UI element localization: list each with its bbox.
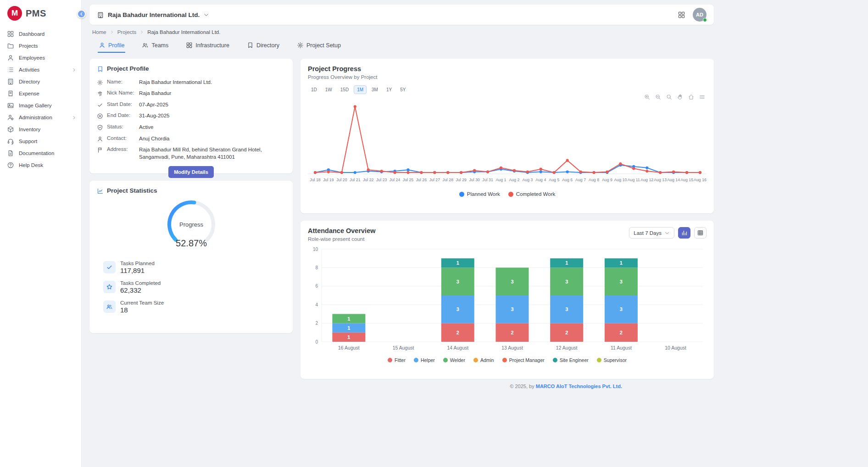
company-selector[interactable]: Raja Bahadur International Ltd. bbox=[97, 11, 209, 19]
tab-teams[interactable]: Teams bbox=[141, 40, 169, 53]
building-icon bbox=[97, 11, 104, 19]
sidebar-item-administration[interactable]: Administration bbox=[0, 111, 81, 123]
chart-toolbar bbox=[644, 94, 706, 100]
breadcrumb-item[interactable]: Projects bbox=[117, 29, 137, 35]
range-button-5y[interactable]: 5Y bbox=[397, 85, 409, 94]
modify-details-button[interactable]: Modify Details bbox=[168, 166, 214, 178]
right-column: Project Progress Progress Overview by Pr… bbox=[300, 59, 714, 379]
building-icon bbox=[7, 78, 14, 85]
chevron-down-icon bbox=[203, 11, 209, 19]
svg-text:3: 3 bbox=[511, 279, 513, 284]
tab-label: Infrastructure bbox=[195, 42, 229, 49]
svg-text:Jul 22: Jul 22 bbox=[363, 178, 374, 182]
legend-item-planned-work[interactable]: Planned Work bbox=[459, 191, 500, 197]
sidebar-item-support[interactable]: Support bbox=[0, 135, 81, 147]
footer-company-link[interactable]: MARCO AIoT Technologies Pvt. Ltd. bbox=[536, 384, 622, 389]
legend-item-completed-work[interactable]: Completed Work bbox=[508, 191, 555, 197]
legend-item-supervisor[interactable]: Supervisor bbox=[597, 357, 627, 363]
legend-item-site-engineer[interactable]: Site Engineer bbox=[553, 357, 589, 363]
range-button-1y[interactable]: 1Y bbox=[383, 85, 395, 94]
sidebar-item-directory[interactable]: Directory bbox=[0, 76, 81, 88]
field-value: 07-Apr-2025 bbox=[139, 101, 168, 109]
range-button-3m[interactable]: 3M bbox=[368, 85, 381, 94]
profile-title-text: Project Profile bbox=[107, 65, 149, 72]
bookmark-icon bbox=[97, 65, 104, 72]
star-icon bbox=[106, 284, 113, 290]
legend-item-admin[interactable]: Admin bbox=[473, 357, 494, 363]
sidebar-item-dashboard[interactable]: Dashboard bbox=[0, 28, 81, 40]
toolbar-zoom-in-icon[interactable] bbox=[644, 94, 651, 100]
svg-text:10 August: 10 August bbox=[665, 345, 686, 350]
legend-item-helper[interactable]: Helper bbox=[414, 357, 435, 363]
legend-item-fitter[interactable]: Fitter bbox=[388, 357, 406, 363]
sidebar-item-help-desk[interactable]: Help Desk bbox=[0, 159, 81, 171]
stat-tasks-completed: Tasks Completed62,332 bbox=[103, 280, 285, 294]
svg-text:Aug 9: Aug 9 bbox=[602, 178, 612, 182]
apps-grid-icon[interactable] bbox=[678, 11, 685, 19]
field-label: Status: bbox=[107, 124, 135, 129]
sidebar-item-projects[interactable]: Projects bbox=[0, 40, 81, 52]
tab-profile[interactable]: Profile bbox=[98, 40, 125, 53]
breadcrumb-separator-icon bbox=[110, 30, 114, 34]
sidebar-item-documentation[interactable]: Documentation bbox=[0, 147, 81, 159]
bar-view-button[interactable] bbox=[678, 227, 690, 239]
legend-swatch bbox=[502, 358, 507, 362]
menu-icon bbox=[699, 94, 706, 100]
breadcrumb-item[interactable]: Home bbox=[92, 29, 106, 35]
tab-directory[interactable]: Directory bbox=[246, 40, 280, 53]
brand-logo-icon: M bbox=[7, 6, 22, 21]
range-button-15d[interactable]: 15D bbox=[337, 85, 352, 94]
svg-text:4: 4 bbox=[315, 302, 318, 307]
toolbar-pan-icon[interactable] bbox=[677, 94, 684, 100]
sidebar-item-inventory[interactable]: Inventory bbox=[0, 123, 81, 135]
flag-icon bbox=[97, 147, 103, 153]
sidebar-collapse-button[interactable] bbox=[77, 10, 86, 18]
toolbar-home-icon[interactable] bbox=[688, 94, 695, 100]
sidebar-item-activities[interactable]: Activities bbox=[0, 64, 81, 76]
svg-text:Aug 10: Aug 10 bbox=[614, 178, 627, 182]
sidebar-item-label: Help Desk bbox=[19, 162, 43, 168]
date-range-select[interactable]: Last 7 Days bbox=[629, 227, 674, 239]
range-button-1m[interactable]: 1M bbox=[354, 85, 367, 94]
range-button-1d[interactable]: 1D bbox=[308, 85, 320, 94]
field-value: Raja Bahadur Mill Rd, behind Sheraton Gr… bbox=[139, 146, 281, 161]
field-label: Contact: bbox=[107, 135, 135, 141]
documentation-icon bbox=[7, 150, 14, 157]
toolbar-menu-icon[interactable] bbox=[699, 94, 706, 100]
svg-text:Aug 11: Aug 11 bbox=[628, 178, 640, 182]
progress-line-chart[interactable]: Jul 18Jul 19Jul 20Jul 21Jul 22Jul 23Jul … bbox=[308, 97, 707, 190]
legend-item-project-manager[interactable]: Project Manager bbox=[502, 357, 545, 363]
legend-swatch bbox=[473, 358, 478, 362]
tab-infrastructure[interactable]: Infrastructure bbox=[185, 40, 230, 53]
sidebar-item-expense[interactable]: Expense bbox=[0, 88, 81, 100]
table-view-button[interactable] bbox=[694, 227, 707, 239]
svg-text:Jul 18: Jul 18 bbox=[310, 178, 321, 182]
svg-text:Aug 15: Aug 15 bbox=[680, 178, 693, 182]
range-button-1w[interactable]: 1W bbox=[322, 85, 335, 94]
toolbar-zoom-out-icon[interactable] bbox=[655, 94, 662, 100]
chart-line-icon bbox=[97, 188, 104, 195]
svg-text:14 August: 14 August bbox=[447, 345, 468, 350]
breadcrumb-item[interactable]: Raja Bahadur International Ltd. bbox=[147, 29, 220, 35]
expense-icon bbox=[7, 90, 14, 97]
tab-project-setup[interactable]: Project Setup bbox=[296, 40, 342, 53]
stat-tasks-planned: Tasks Planned117,891 bbox=[103, 261, 285, 274]
svg-text:Jul 21: Jul 21 bbox=[350, 178, 361, 182]
attendance-bar-chart[interactable]: 024681011116 August15 August233114 Augus… bbox=[308, 245, 707, 356]
legend-swatch bbox=[414, 358, 418, 362]
sidebar-item-employees[interactable]: Employees bbox=[0, 52, 81, 64]
sidebar: M PMS DashboardProjectsEmployeesActiviti… bbox=[0, 0, 82, 467]
svg-text:Jul 28: Jul 28 bbox=[443, 178, 454, 182]
user-avatar[interactable]: AD bbox=[693, 8, 707, 22]
svg-text:Jul 31: Jul 31 bbox=[482, 178, 493, 182]
chevron-down-icon bbox=[664, 230, 670, 236]
legend-item-welder[interactable]: Welder bbox=[443, 357, 465, 363]
stat-value: 18 bbox=[120, 306, 164, 314]
sidebar-item-image-gallery[interactable]: Image Gallery bbox=[0, 100, 81, 111]
toolbar-zoom-icon[interactable] bbox=[666, 94, 673, 100]
bookmark-icon bbox=[247, 42, 254, 49]
bookmark-icon bbox=[97, 66, 104, 72]
chart-line-icon bbox=[97, 187, 104, 195]
brand[interactable]: M PMS bbox=[0, 0, 81, 28]
tab-label: Teams bbox=[151, 42, 168, 49]
